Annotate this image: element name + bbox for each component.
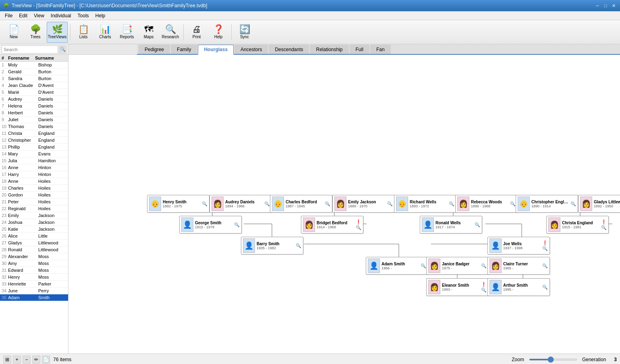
list-item[interactable]: 18 Anne Hoiles bbox=[0, 178, 68, 185]
search-ronald-button[interactable]: 🔍 bbox=[475, 222, 480, 228]
tab-fan[interactable]: Fan bbox=[370, 45, 391, 54]
menu-edit[interactable]: Edit bbox=[16, 12, 31, 19]
list-item[interactable]: 35 Adam Smith bbox=[0, 294, 68, 301]
list-item[interactable]: 23 Emily Jackson bbox=[0, 212, 68, 219]
toolbar-charts-button[interactable]: 📊 Charts bbox=[95, 22, 116, 43]
list-item[interactable]: 25 Katie Jackson bbox=[0, 226, 68, 233]
list-item[interactable]: 14 Mary Evans bbox=[0, 151, 68, 157]
tab-descendants[interactable]: Descendants bbox=[269, 45, 309, 54]
menu-individual[interactable]: Individual bbox=[48, 12, 75, 19]
list-item[interactable]: 26 Alice Little bbox=[0, 233, 68, 240]
zoom-slider[interactable] bbox=[529, 359, 577, 360]
status-icon-edit[interactable]: ✏ bbox=[32, 356, 40, 364]
search-richard-button[interactable]: 🔍 bbox=[449, 201, 454, 207]
tab-bar: Pedigree Family Hourglass Ancestors Desc… bbox=[137, 44, 620, 55]
list-item[interactable]: 20 Gordon Hoiles bbox=[0, 192, 68, 199]
generation-label: Generation bbox=[582, 357, 606, 362]
list-item[interactable]: 12 Christopher England bbox=[0, 137, 68, 144]
menu-file[interactable]: File bbox=[2, 12, 16, 19]
list-item[interactable]: 11 Christa England bbox=[0, 130, 68, 137]
list-item[interactable]: 2 Gerald Burton bbox=[0, 68, 68, 75]
search-claire-button[interactable]: 🔍 bbox=[542, 263, 548, 269]
people-list-body[interactable]: 1 Moly Bishop 2 Gerald Burton 3 Sandra B… bbox=[0, 62, 68, 354]
list-item[interactable]: 19 Charles Hoiles bbox=[0, 185, 68, 192]
search-george-button[interactable]: 🔍 bbox=[234, 222, 240, 228]
search-audrey-button[interactable]: 🔍 bbox=[264, 201, 270, 207]
toolbar-new-button[interactable]: 📄 New bbox=[3, 22, 24, 43]
maximize-button[interactable]: □ bbox=[602, 2, 609, 9]
tab-family[interactable]: Family bbox=[171, 45, 197, 54]
list-item[interactable]: 4 Jean Claude D'Avent bbox=[0, 82, 68, 89]
warning-joe[interactable]: ❗ bbox=[542, 240, 548, 246]
toolbar-trees-button[interactable]: 🌳 Trees bbox=[25, 22, 46, 43]
tab-pedigree[interactable]: Pedigree bbox=[139, 45, 170, 54]
search-emilyj-button[interactable]: 🔍 bbox=[387, 201, 393, 207]
minimize-button[interactable]: ─ bbox=[594, 2, 601, 9]
toolbar-maps-button[interactable]: 🗺 Maps bbox=[138, 22, 159, 43]
list-item[interactable]: 13 Phillip England bbox=[0, 144, 68, 151]
list-item[interactable]: 5 Marié D'Avent bbox=[0, 89, 68, 96]
tree-view-area[interactable]: 👴 Henry Smith 1892 - 1975 🔍 👩 Audrey Dan… bbox=[68, 55, 620, 354]
toolbar-help-button[interactable]: ❓ Help bbox=[208, 22, 229, 43]
list-item[interactable]: 3 Sandra Burton bbox=[0, 75, 68, 82]
search-bridget-button[interactable]: 🔍 bbox=[356, 225, 361, 230]
menu-view[interactable]: View bbox=[31, 12, 48, 19]
status-icon-remove[interactable]: − bbox=[23, 356, 31, 364]
search-joe-button[interactable]: 🔍 bbox=[542, 246, 548, 251]
search-arthur-button[interactable]: 🔍 bbox=[542, 285, 548, 290]
search-barry-button[interactable]: 🔍 bbox=[296, 243, 301, 248]
toolbar-sep-3 bbox=[231, 24, 232, 40]
tab-full[interactable]: Full bbox=[350, 45, 369, 54]
menu-tools[interactable]: Tools bbox=[75, 12, 92, 19]
close-button[interactable]: ✕ bbox=[610, 2, 617, 9]
search-input[interactable] bbox=[2, 46, 58, 54]
toolbar-lists-button[interactable]: 📋 Lists bbox=[73, 22, 94, 43]
list-item[interactable]: 33 Henriette Parker bbox=[0, 281, 68, 287]
list-item[interactable]: 28 Ronald Littlewood bbox=[0, 246, 68, 253]
search-janice-button[interactable]: 🔍 bbox=[481, 263, 487, 269]
toolbar-research-button[interactable]: 🔍 Research bbox=[160, 22, 181, 43]
list-item[interactable]: 10 Thomas Daniels bbox=[0, 123, 68, 130]
list-item[interactable]: 27 Gladys Littlewood bbox=[0, 240, 68, 246]
tab-ancestors[interactable]: Ancestors bbox=[234, 45, 268, 54]
menu-help[interactable]: Help bbox=[92, 12, 109, 19]
search-charlesb-button[interactable]: 🔍 bbox=[325, 201, 330, 207]
search-christa-button[interactable]: 🔍 bbox=[601, 225, 607, 230]
search-adam-button[interactable]: 🔍 bbox=[421, 263, 426, 269]
toolbar-print-button[interactable]: 🖨 Print bbox=[186, 22, 207, 43]
search-eleanor-button[interactable]: 🔍 bbox=[481, 287, 487, 293]
warning-bridget[interactable]: ❗ bbox=[356, 219, 361, 225]
list-item[interactable]: 31 Edward Moss bbox=[0, 267, 68, 274]
status-icon-add[interactable]: + bbox=[13, 356, 21, 364]
status-icon-doc[interactable]: 📄 bbox=[42, 356, 50, 364]
search-button[interactable]: 🔍 bbox=[59, 46, 66, 54]
search-henry-button[interactable]: 🔍 bbox=[202, 201, 207, 207]
list-item[interactable]: 17 Harry Hinton bbox=[0, 171, 68, 178]
list-item[interactable]: 24 Joshua Jackson bbox=[0, 219, 68, 226]
list-item[interactable]: 22 Reginald Hoiles bbox=[0, 205, 68, 212]
person-card-ronald: 👤 Ronald Wells 1917 - 1974 🔍 bbox=[420, 216, 482, 234]
list-item[interactable]: 30 Amy Moss bbox=[0, 260, 68, 267]
list-item[interactable]: 21 Peter Hoiles bbox=[0, 199, 68, 205]
toolbar-treeviews-button[interactable]: 🌿 TreeViews bbox=[47, 22, 68, 43]
list-item[interactable]: 9 Juliet Daniels bbox=[0, 116, 68, 123]
toolbar-reports-button[interactable]: 📑 Reports bbox=[116, 22, 137, 43]
warning-christa[interactable]: ❗ bbox=[601, 219, 607, 225]
list-item[interactable]: 16 Anne Hinton bbox=[0, 164, 68, 171]
status-icon-grid[interactable]: ⊞ bbox=[3, 356, 11, 364]
search-christopher-button[interactable]: 🔍 bbox=[570, 201, 576, 207]
list-item[interactable]: 1 Moly Bishop bbox=[0, 62, 68, 68]
list-item[interactable]: 6 Audrey Daniels bbox=[0, 96, 68, 103]
list-item[interactable]: 32 Henry Moss bbox=[0, 274, 68, 281]
col-header-surname: Surname bbox=[35, 56, 63, 60]
search-rebecca-button[interactable]: 🔍 bbox=[510, 201, 516, 207]
list-item[interactable]: 15 Julia Hamilton bbox=[0, 157, 68, 164]
tab-hourglass[interactable]: Hourglass bbox=[198, 45, 234, 55]
list-item[interactable]: 8 Herbert Daniels bbox=[0, 110, 68, 116]
list-item[interactable]: 7 Helena Daniels bbox=[0, 103, 68, 110]
list-item[interactable]: 34 June Perry bbox=[0, 287, 68, 294]
list-item[interactable]: 29 Alexander Moss bbox=[0, 253, 68, 260]
toolbar-sync-button[interactable]: 🔄 Sync bbox=[234, 22, 255, 43]
tab-relationship[interactable]: Relationship bbox=[310, 45, 348, 54]
warning-eleanor[interactable]: ❗ bbox=[481, 282, 487, 287]
